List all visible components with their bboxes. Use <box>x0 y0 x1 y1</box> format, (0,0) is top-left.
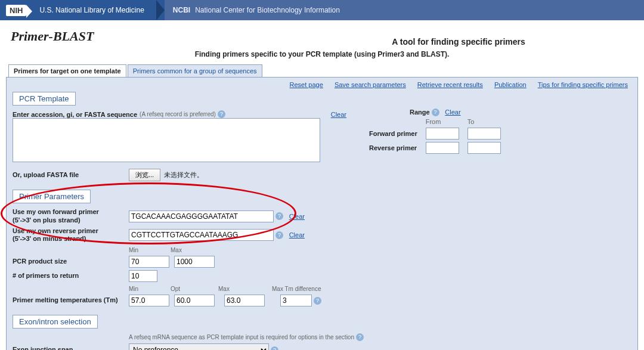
tm-max-input[interactable] <box>224 295 265 306</box>
product-size-min-input[interactable] <box>129 256 169 268</box>
fwd-primer-clear-link[interactable]: Clear <box>289 213 305 220</box>
help-icon[interactable]: ? <box>432 109 439 116</box>
browse-button[interactable]: 浏览... <box>129 169 160 181</box>
size-max-head: Max <box>171 247 212 253</box>
range-clear-link[interactable]: Clear <box>445 109 460 116</box>
template-seq-hint: (A refseq record is preferred) <box>140 111 216 117</box>
primer-count-input[interactable] <box>129 270 157 282</box>
help-icon[interactable]: ? <box>356 333 364 341</box>
page-subtitle: A tool for finding specific primers <box>273 37 644 47</box>
ncbi-short: NCBI <box>173 6 190 14</box>
template-sequence-input[interactable] <box>13 118 320 162</box>
link-reset-page[interactable]: Reset page <box>290 81 323 88</box>
header-nav: NIH U.S. National Library of Medicine NC… <box>0 0 644 20</box>
tm-diff-head: Max Tm difference <box>272 286 349 292</box>
chevron-divider-icon <box>156 0 165 20</box>
exon-note: A refseq mRNA sequence as PCR template i… <box>129 334 354 340</box>
tm-label: Primer melting temperatures (Tm) <box>13 296 129 305</box>
section-primer-params: Primer Parameters <box>13 190 91 203</box>
tm-diff-input[interactable] <box>280 295 312 306</box>
exon-span-label: Exon junction span <box>13 346 129 350</box>
tm-min-input[interactable] <box>129 295 169 306</box>
nlm-label: U.S. National Library of Medicine <box>39 6 156 14</box>
file-status: 未选择文件。 <box>164 171 203 179</box>
tab-single-template[interactable]: Primers for target on one template <box>8 64 126 77</box>
link-tips[interactable]: Tips for finding specific primers <box>538 81 628 88</box>
tm-max-head: Max <box>218 286 272 292</box>
tab-strip: Primers for target on one template Prime… <box>8 64 644 77</box>
upload-label: Or, upload FASTA file <box>13 171 129 179</box>
size-min-head: Min <box>129 247 171 253</box>
page-tagline: Finding primers specific to your PCR tem… <box>0 50 644 58</box>
own-rev-primer-label: Use my own reverse primer (5'->3' on min… <box>13 227 129 244</box>
range-label: Range <box>410 109 430 116</box>
tab-group-sequences[interactable]: Primers common for a group of sequences <box>128 64 262 77</box>
ncbi-bar[interactable]: NCBI National Center for Biotechnology I… <box>165 0 644 20</box>
range-rev-from-input[interactable] <box>426 142 459 154</box>
quick-links: Reset page Save search parameters Retrie… <box>13 81 631 88</box>
link-publication[interactable]: Publication <box>494 81 527 88</box>
product-size-label: PCR product size <box>13 258 129 266</box>
primer-count-label: # of primers to return <box>13 272 129 280</box>
ncbi-full: National Center for Biotechnology Inform… <box>195 6 340 14</box>
range-rev-to-input[interactable] <box>467 142 501 154</box>
main-panel: Reset page Save search parameters Retrie… <box>6 77 638 350</box>
range-fwd-from-input[interactable] <box>426 128 459 140</box>
nih-logo[interactable]: NIH <box>6 5 26 16</box>
product-size-max-input[interactable] <box>174 256 215 268</box>
own-fwd-primer-input[interactable] <box>129 210 274 222</box>
section-exon-intron: Exon/intron selection <box>13 315 98 329</box>
template-clear-link[interactable]: Clear <box>331 111 346 118</box>
help-icon[interactable]: ? <box>218 110 225 118</box>
rev-primer-clear-link[interactable]: Clear <box>289 231 305 239</box>
template-seq-label: Enter accession, gi, or FASTA sequence <box>13 111 137 118</box>
exon-span-select[interactable]: No preference <box>129 343 269 350</box>
range-from-head: From <box>422 117 463 126</box>
link-retrieve-results[interactable]: Retrieve recent results <box>417 81 483 88</box>
section-pcr-template: PCR Template <box>13 92 76 106</box>
range-to-head: To <box>464 117 504 126</box>
range-fwd-label: Forward primer <box>366 127 421 140</box>
help-icon[interactable]: ? <box>275 212 283 220</box>
tm-opt-input[interactable] <box>174 295 215 306</box>
range-fwd-to-input[interactable] <box>467 128 501 140</box>
link-save-params[interactable]: Save search parameters <box>335 81 406 88</box>
tm-opt-head: Opt <box>171 286 218 292</box>
tm-min-head: Min <box>129 286 171 292</box>
range-table: From To Forward primer Reverse primer <box>364 116 506 156</box>
range-rev-label: Reverse primer <box>366 141 421 154</box>
help-icon[interactable]: ? <box>271 346 278 351</box>
own-fwd-primer-label: Use my own forward primer (5'->3' on plu… <box>13 208 129 225</box>
help-icon[interactable]: ? <box>275 231 283 239</box>
own-rev-primer-input[interactable] <box>129 229 274 241</box>
help-icon[interactable]: ? <box>314 297 321 305</box>
page-title: Primer-BLAST <box>11 29 273 44</box>
